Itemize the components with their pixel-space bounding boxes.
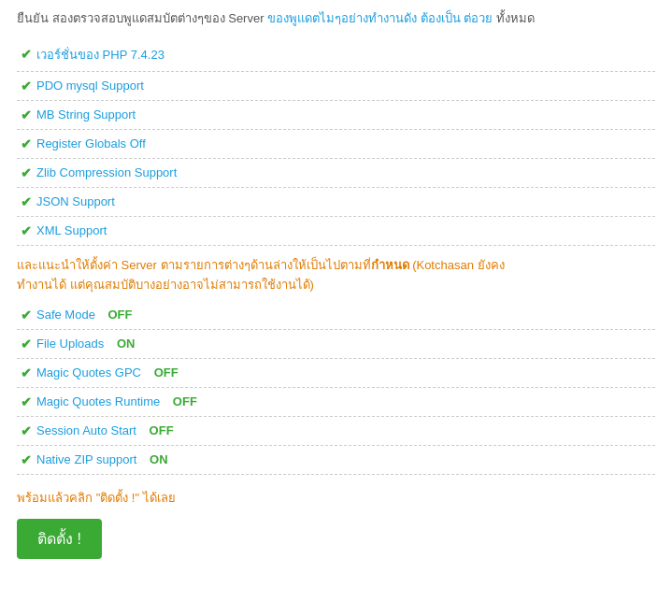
optional-items-list: ✔ Safe Mode OFF ✔ File Uploads ON ✔ Magi… — [17, 301, 655, 475]
list-item: ✔ เวอร์ชั่นของ PHP 7.4.23 — [17, 38, 655, 72]
list-item: ✔ Register Globals Off — [17, 130, 655, 159]
check-icon: ✔ — [21, 337, 32, 351]
item-label: Register Globals Off — [36, 136, 146, 150]
list-item: ✔ PDO mysql Support — [17, 72, 655, 101]
item-label: Magic Quotes Runtime — [36, 394, 160, 408]
list-item: ✔ Native ZIP support ON — [17, 446, 655, 475]
item-label: Zlib Compression Support — [36, 165, 177, 179]
item-label: เวอร์ชั่นของ PHP 7.4.23 — [36, 45, 164, 64]
install-button[interactable]: ติดตั้ง ! — [17, 519, 102, 559]
item-label: XML Support — [36, 223, 107, 237]
list-item: ✔ Safe Mode OFF — [17, 301, 655, 330]
item-value: OFF — [154, 365, 179, 380]
check-icon: ✔ — [21, 423, 32, 438]
check-icon: ✔ — [21, 194, 32, 209]
list-item: ✔ XML Support — [17, 217, 655, 246]
check-icon: ✔ — [21, 165, 32, 180]
list-item: ✔ MB String Support — [17, 101, 655, 130]
ready-text-after: ได้เลย — [139, 491, 176, 505]
item-label: Magic Quotes GPC — [36, 365, 141, 380]
check-icon: ✔ — [21, 47, 32, 62]
list-item: ✔ Session Auto Start OFF — [17, 417, 655, 446]
item-value: ON — [117, 337, 136, 351]
list-item: ✔ JSON Support — [17, 188, 655, 217]
check-icon: ✔ — [21, 452, 32, 467]
item-label: Safe Mode — [36, 308, 95, 322]
intro-paragraph: ยืนยัน สองตรวจสอบพูแดสมบัตต่างๆของ Serve… — [17, 9, 655, 29]
item-value: ON — [150, 452, 168, 466]
item-label: Session Auto Start — [36, 423, 136, 437]
check-icon: ✔ — [21, 394, 32, 409]
recommend-text: และแนะนำให้ตั้งค่า Server ตามรายการต่างๆ… — [17, 255, 655, 295]
item-value: OFF — [150, 423, 174, 437]
item-label: MB String Support — [36, 107, 136, 122]
check-icon: ✔ — [21, 365, 32, 380]
ready-text-before: พร้อมแล้วคลิก — [17, 491, 96, 505]
check-icon: ✔ — [21, 107, 32, 122]
check-icon: ✔ — [21, 308, 32, 322]
list-item: ✔ Zlib Compression Support — [17, 159, 655, 188]
item-label: Native ZIP support — [36, 452, 136, 466]
item-label: File Uploads — [36, 337, 104, 351]
check-icon: ✔ — [21, 79, 32, 93]
intro-link-2[interactable]: ต่อวย — [464, 11, 493, 25]
ready-text: พร้อมแล้วคลิก "ติดตั้ง !" ได้เลย — [17, 488, 655, 508]
list-item: ✔ Magic Quotes Runtime OFF — [17, 388, 655, 417]
item-value: OFF — [173, 394, 197, 408]
list-item: ✔ Magic Quotes GPC OFF — [17, 359, 655, 388]
check-icon: ✔ — [21, 223, 32, 238]
required-items-list: ✔ เวอร์ชั่นของ PHP 7.4.23 ✔ PDO mysql Su… — [17, 38, 655, 246]
list-item-file-uploads: ✔ File Uploads ON — [17, 330, 655, 359]
intro-link-1[interactable]: ของพูแดตไมๆอย่างทำงานดัง ต้องเป็น — [267, 11, 461, 25]
item-label: PDO mysql Support — [36, 79, 144, 93]
item-label: JSON Support — [36, 194, 115, 208]
ready-quote: "ติดตั้ง !" — [96, 491, 139, 505]
item-value: OFF — [108, 308, 133, 322]
check-icon: ✔ — [21, 136, 32, 151]
